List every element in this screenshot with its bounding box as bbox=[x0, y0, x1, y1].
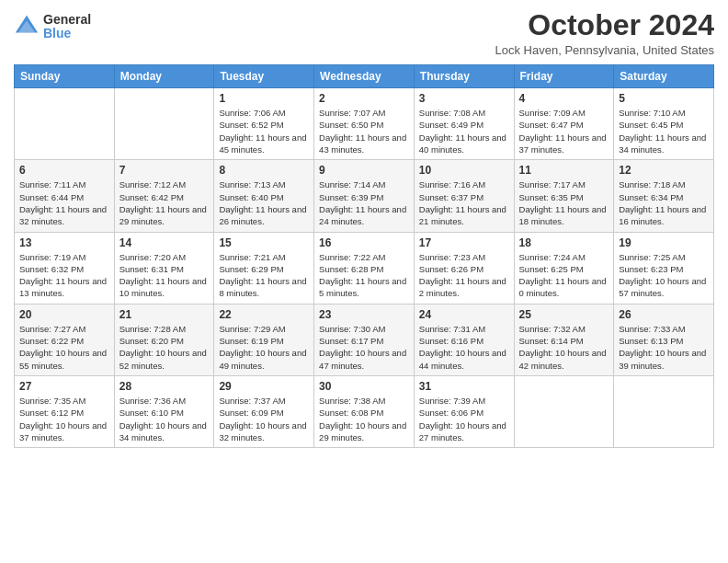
cell-content: Sunrise: 7:36 AM Sunset: 6:10 PM Dayligh… bbox=[119, 395, 210, 443]
day-number: 23 bbox=[319, 308, 409, 321]
calendar-cell bbox=[514, 375, 614, 447]
calendar-cell: 21Sunrise: 7:28 AM Sunset: 6:20 PM Dayli… bbox=[114, 304, 214, 375]
day-number: 17 bbox=[419, 236, 509, 249]
cell-content: Sunrise: 7:08 AM Sunset: 6:49 PM Dayligh… bbox=[419, 107, 509, 155]
header: General Blue October 2024 Lock Haven, Pe… bbox=[14, 9, 714, 57]
calendar-cell: 7Sunrise: 7:12 AM Sunset: 6:42 PM Daylig… bbox=[114, 160, 214, 232]
day-number: 6 bbox=[19, 164, 109, 177]
calendar-cell: 20Sunrise: 7:27 AM Sunset: 6:22 PM Dayli… bbox=[15, 304, 115, 375]
day-number: 19 bbox=[619, 236, 709, 249]
calendar-cell: 18Sunrise: 7:24 AM Sunset: 6:25 PM Dayli… bbox=[514, 232, 614, 304]
header-row: SundayMondayTuesdayWednesdayThursdayFrid… bbox=[15, 65, 714, 88]
day-number: 26 bbox=[619, 308, 709, 321]
calendar-cell: 19Sunrise: 7:25 AM Sunset: 6:23 PM Dayli… bbox=[614, 232, 714, 304]
cell-content: Sunrise: 7:11 AM Sunset: 6:44 PM Dayligh… bbox=[19, 178, 109, 227]
calendar-cell: 17Sunrise: 7:23 AM Sunset: 6:26 PM Dayli… bbox=[414, 232, 514, 304]
day-header-friday: Friday bbox=[514, 65, 614, 88]
week-row-1: 1Sunrise: 7:06 AM Sunset: 6:52 PM Daylig… bbox=[15, 88, 714, 160]
cell-content: Sunrise: 7:16 AM Sunset: 6:37 PM Dayligh… bbox=[419, 178, 509, 227]
cell-content: Sunrise: 7:23 AM Sunset: 6:26 PM Dayligh… bbox=[419, 251, 509, 300]
cell-content: Sunrise: 7:35 AM Sunset: 6:12 PM Dayligh… bbox=[19, 395, 109, 443]
calendar-cell: 16Sunrise: 7:22 AM Sunset: 6:28 PM Dayli… bbox=[314, 232, 415, 304]
calendar-cell bbox=[114, 88, 214, 160]
day-number: 5 bbox=[619, 92, 709, 105]
calendar-cell: 2Sunrise: 7:07 AM Sunset: 6:50 PM Daylig… bbox=[314, 88, 415, 160]
calendar-cell: 12Sunrise: 7:18 AM Sunset: 6:34 PM Dayli… bbox=[614, 160, 714, 232]
day-number: 21 bbox=[119, 308, 210, 321]
day-number: 16 bbox=[319, 236, 409, 249]
week-row-3: 13Sunrise: 7:19 AM Sunset: 6:32 PM Dayli… bbox=[15, 232, 714, 304]
calendar-cell: 28Sunrise: 7:36 AM Sunset: 6:10 PM Dayli… bbox=[114, 375, 214, 447]
cell-content: Sunrise: 7:09 AM Sunset: 6:47 PM Dayligh… bbox=[519, 107, 609, 155]
cell-content: Sunrise: 7:24 AM Sunset: 6:25 PM Dayligh… bbox=[519, 251, 609, 300]
cell-content: Sunrise: 7:31 AM Sunset: 6:16 PM Dayligh… bbox=[419, 323, 509, 372]
calendar-cell: 23Sunrise: 7:30 AM Sunset: 6:17 PM Dayli… bbox=[314, 304, 415, 375]
calendar-cell: 6Sunrise: 7:11 AM Sunset: 6:44 PM Daylig… bbox=[15, 160, 115, 232]
day-header-tuesday: Tuesday bbox=[214, 65, 314, 88]
title-section: October 2024 Lock Haven, Pennsylvania, U… bbox=[495, 9, 714, 57]
day-number: 20 bbox=[19, 308, 109, 321]
calendar-cell: 13Sunrise: 7:19 AM Sunset: 6:32 PM Dayli… bbox=[15, 232, 115, 304]
calendar-cell: 26Sunrise: 7:33 AM Sunset: 6:13 PM Dayli… bbox=[614, 304, 714, 375]
cell-content: Sunrise: 7:17 AM Sunset: 6:35 PM Dayligh… bbox=[519, 178, 609, 227]
calendar-cell: 3Sunrise: 7:08 AM Sunset: 6:49 PM Daylig… bbox=[414, 88, 514, 160]
day-header-monday: Monday bbox=[114, 65, 214, 88]
cell-content: Sunrise: 7:14 AM Sunset: 6:39 PM Dayligh… bbox=[319, 178, 409, 227]
calendar-cell bbox=[15, 88, 115, 160]
logo: General Blue bbox=[14, 13, 91, 41]
day-number: 15 bbox=[219, 236, 309, 249]
day-number: 27 bbox=[19, 380, 109, 393]
day-number: 2 bbox=[319, 92, 409, 105]
day-number: 13 bbox=[19, 236, 109, 249]
day-header-saturday: Saturday bbox=[614, 65, 714, 88]
calendar-cell: 30Sunrise: 7:38 AM Sunset: 6:08 PM Dayli… bbox=[314, 375, 415, 447]
day-number: 12 bbox=[619, 164, 709, 177]
logo-icon bbox=[14, 14, 40, 40]
cell-content: Sunrise: 7:18 AM Sunset: 6:34 PM Dayligh… bbox=[619, 178, 709, 227]
calendar-cell: 25Sunrise: 7:32 AM Sunset: 6:14 PM Dayli… bbox=[514, 304, 614, 375]
day-number: 10 bbox=[419, 164, 509, 177]
day-number: 25 bbox=[519, 308, 609, 321]
week-row-2: 6Sunrise: 7:11 AM Sunset: 6:44 PM Daylig… bbox=[15, 160, 714, 232]
month-title: October 2024 bbox=[495, 9, 714, 41]
day-number: 7 bbox=[119, 164, 210, 177]
cell-content: Sunrise: 7:38 AM Sunset: 6:08 PM Dayligh… bbox=[319, 395, 409, 443]
calendar-cell: 22Sunrise: 7:29 AM Sunset: 6:19 PM Dayli… bbox=[214, 304, 314, 375]
calendar-cell: 15Sunrise: 7:21 AM Sunset: 6:29 PM Dayli… bbox=[214, 232, 314, 304]
day-number: 1 bbox=[219, 92, 309, 105]
week-row-5: 27Sunrise: 7:35 AM Sunset: 6:12 PM Dayli… bbox=[15, 375, 714, 447]
day-number: 18 bbox=[519, 236, 609, 249]
calendar-cell bbox=[614, 375, 714, 447]
day-number: 29 bbox=[219, 380, 309, 393]
calendar-cell: 27Sunrise: 7:35 AM Sunset: 6:12 PM Dayli… bbox=[15, 375, 115, 447]
day-number: 3 bbox=[419, 92, 509, 105]
day-number: 4 bbox=[519, 92, 609, 105]
cell-content: Sunrise: 7:06 AM Sunset: 6:52 PM Dayligh… bbox=[219, 107, 309, 155]
day-number: 9 bbox=[319, 164, 409, 177]
calendar-cell: 31Sunrise: 7:39 AM Sunset: 6:06 PM Dayli… bbox=[414, 375, 514, 447]
cell-content: Sunrise: 7:13 AM Sunset: 6:40 PM Dayligh… bbox=[219, 178, 309, 227]
cell-content: Sunrise: 7:28 AM Sunset: 6:20 PM Dayligh… bbox=[119, 323, 210, 372]
calendar-cell: 5Sunrise: 7:10 AM Sunset: 6:45 PM Daylig… bbox=[614, 88, 714, 160]
cell-content: Sunrise: 7:12 AM Sunset: 6:42 PM Dayligh… bbox=[119, 178, 210, 227]
calendar-table: SundayMondayTuesdayWednesdayThursdayFrid… bbox=[14, 64, 714, 448]
cell-content: Sunrise: 7:32 AM Sunset: 6:14 PM Dayligh… bbox=[519, 323, 609, 372]
cell-content: Sunrise: 7:19 AM Sunset: 6:32 PM Dayligh… bbox=[19, 251, 109, 300]
calendar-cell: 4Sunrise: 7:09 AM Sunset: 6:47 PM Daylig… bbox=[514, 88, 614, 160]
day-header-thursday: Thursday bbox=[414, 65, 514, 88]
page: General Blue October 2024 Lock Haven, Pe… bbox=[0, 0, 728, 563]
calendar-cell: 8Sunrise: 7:13 AM Sunset: 6:40 PM Daylig… bbox=[214, 160, 314, 232]
day-header-wednesday: Wednesday bbox=[314, 65, 415, 88]
logo-general-text: General bbox=[43, 13, 91, 27]
calendar-cell: 24Sunrise: 7:31 AM Sunset: 6:16 PM Dayli… bbox=[414, 304, 514, 375]
day-number: 14 bbox=[119, 236, 210, 249]
cell-content: Sunrise: 7:37 AM Sunset: 6:09 PM Dayligh… bbox=[219, 395, 309, 443]
calendar-cell: 11Sunrise: 7:17 AM Sunset: 6:35 PM Dayli… bbox=[514, 160, 614, 232]
cell-content: Sunrise: 7:22 AM Sunset: 6:28 PM Dayligh… bbox=[319, 251, 409, 300]
day-number: 11 bbox=[519, 164, 609, 177]
calendar-cell: 10Sunrise: 7:16 AM Sunset: 6:37 PM Dayli… bbox=[414, 160, 514, 232]
cell-content: Sunrise: 7:29 AM Sunset: 6:19 PM Dayligh… bbox=[219, 323, 309, 372]
day-number: 8 bbox=[219, 164, 309, 177]
location: Lock Haven, Pennsylvania, United States bbox=[495, 43, 714, 57]
day-number: 22 bbox=[219, 308, 309, 321]
